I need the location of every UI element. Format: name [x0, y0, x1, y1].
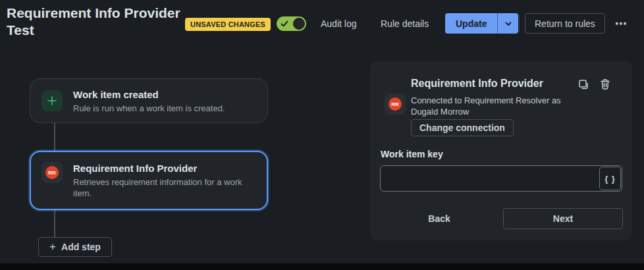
step-config-panel: Requirement Info Provider RR	[370, 61, 632, 240]
step-description: Retrieves requirement information for a …	[73, 176, 251, 199]
check-icon	[281, 20, 288, 28]
add-step-label: Add step	[61, 242, 101, 252]
trigger-step-card[interactable]: Work item created Rule is run when a wor…	[30, 78, 268, 123]
more-icon: ⋯	[615, 17, 628, 30]
rr-app-logo: RR	[389, 97, 402, 111]
connection-status-text: Connected to Requirement Resolver as Dug…	[411, 95, 608, 117]
duplicate-step-button[interactable]	[576, 77, 591, 92]
trigger-step-text: Work item created Rule is run when a wor…	[73, 88, 251, 114]
toggle-knob	[293, 18, 305, 30]
back-button[interactable]: Back	[416, 208, 462, 229]
update-button[interactable]: Update	[445, 13, 497, 34]
smart-value-button[interactable]: { }	[599, 167, 621, 190]
step-description: Rule is run when a work item is created.	[73, 103, 251, 114]
work-item-key-input[interactable]	[381, 166, 599, 191]
rr-app-logo: RR	[45, 166, 59, 179]
add-step-button[interactable]: + Add step	[38, 237, 112, 257]
audit-log-link[interactable]: Audit log	[321, 17, 356, 30]
rule-details-link[interactable]: Rule details	[381, 17, 429, 30]
update-split-button: Update	[445, 13, 518, 34]
action-step-card-selected[interactable]: RR Requirement Info Provider Retrieves r…	[30, 151, 268, 210]
step-title: Requirement Info Provider	[73, 162, 251, 175]
unsaved-changes-badge: UNSAVED CHANGES	[185, 18, 271, 31]
copy-icon	[577, 78, 589, 90]
delete-step-button[interactable]	[598, 77, 612, 92]
change-connection-button[interactable]: Change connection	[411, 119, 514, 136]
header-divider	[519, 14, 520, 32]
rule-enabled-toggle[interactable]	[277, 16, 306, 31]
next-button[interactable]: Next	[503, 208, 623, 229]
work-item-key-label: Work item key	[381, 149, 443, 159]
plus-icon	[41, 90, 63, 111]
more-menu-button[interactable]: ⋯	[610, 13, 632, 34]
update-dropdown-button[interactable]	[497, 13, 518, 34]
action-step-text: Requirement Info Provider Retrieves requ…	[73, 162, 251, 199]
step-title: Work item created	[73, 88, 251, 101]
work-item-key-field-wrap: { }	[380, 165, 622, 192]
panel-title: Requirement Info Provider	[411, 78, 543, 90]
trash-icon	[599, 78, 611, 90]
return-to-rules-button[interactable]: Return to rules	[525, 13, 605, 34]
plus-icon: +	[49, 240, 56, 254]
page-title: Requirement Info Provider Test	[7, 5, 184, 39]
rule-builder-screen: Requirement Info Provider Test UNSAVED C…	[0, 0, 644, 270]
rr-app-icon: RR	[41, 162, 63, 183]
bottom-strip	[0, 263, 644, 270]
chevron-down-icon	[504, 20, 512, 28]
rr-app-icon: RR	[385, 94, 406, 115]
